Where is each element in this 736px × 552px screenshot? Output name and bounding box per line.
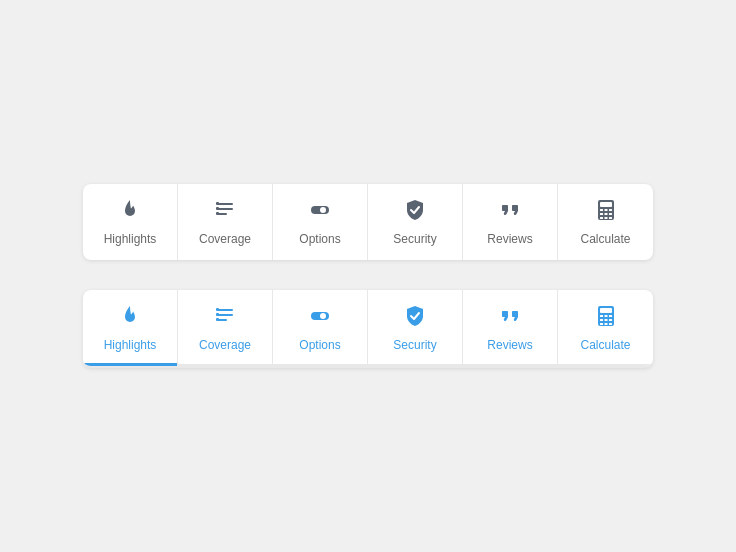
toggle-icon-active xyxy=(308,304,332,332)
shield-check-icon-inactive xyxy=(403,198,427,226)
svg-rect-34 xyxy=(609,319,612,321)
svg-rect-0 xyxy=(217,203,233,205)
svg-rect-28 xyxy=(600,308,612,313)
svg-rect-29 xyxy=(600,315,603,317)
svg-rect-4 xyxy=(216,207,219,210)
calculator-icon-active xyxy=(594,304,618,332)
svg-rect-13 xyxy=(600,213,603,215)
tab-reviews-active[interactable]: Reviews xyxy=(463,290,558,366)
svg-rect-31 xyxy=(609,315,612,317)
flame-icon xyxy=(118,198,142,226)
svg-rect-22 xyxy=(216,308,219,311)
shield-check-icon-active xyxy=(403,304,427,332)
svg-rect-32 xyxy=(600,319,603,321)
quote-icon-active xyxy=(498,304,522,332)
svg-rect-23 xyxy=(216,313,219,316)
tab-security-active-label: Security xyxy=(393,338,436,352)
tab-highlights-inactive[interactable]: Highlights xyxy=(83,184,178,260)
svg-rect-11 xyxy=(604,209,607,211)
tab-reviews-inactive-label: Reviews xyxy=(487,232,532,246)
svg-rect-12 xyxy=(609,209,612,211)
list-icon xyxy=(213,198,237,226)
tab-reviews-inactive[interactable]: Reviews xyxy=(463,184,558,260)
quote-icon-inactive xyxy=(498,198,522,226)
svg-rect-36 xyxy=(604,323,607,325)
toggle-icon-inactive xyxy=(308,198,332,226)
svg-rect-19 xyxy=(217,309,233,311)
tab-security-inactive-label: Security xyxy=(393,232,436,246)
tab-calculate-inactive[interactable]: Calculate xyxy=(558,184,653,260)
active-tab-bar: Highlights Coverage Options xyxy=(83,290,653,368)
tab-options-active-label: Options xyxy=(299,338,340,352)
tab-coverage-active-label: Coverage xyxy=(199,338,251,352)
tab-options-active[interactable]: Options xyxy=(273,290,368,366)
tab-security-active[interactable]: Security xyxy=(368,290,463,366)
svg-rect-9 xyxy=(600,202,612,207)
tab-reviews-active-label: Reviews xyxy=(487,338,532,352)
tab-highlights-active-label: Highlights xyxy=(104,338,157,352)
svg-rect-20 xyxy=(217,314,233,316)
list-icon-active xyxy=(213,304,237,332)
svg-rect-18 xyxy=(609,217,612,219)
svg-rect-1 xyxy=(217,208,233,210)
tab-calculate-inactive-label: Calculate xyxy=(580,232,630,246)
flame-icon-active xyxy=(118,304,142,332)
tab-coverage-inactive-label: Coverage xyxy=(199,232,251,246)
svg-rect-10 xyxy=(600,209,603,211)
calculator-icon-inactive xyxy=(594,198,618,226)
svg-point-26 xyxy=(320,313,326,319)
svg-rect-17 xyxy=(604,217,607,219)
tab-coverage-active[interactable]: Coverage xyxy=(178,290,273,366)
svg-rect-35 xyxy=(600,323,603,325)
inactive-tab-bar: Highlights Coverage Options xyxy=(83,184,653,260)
tab-options-inactive[interactable]: Options xyxy=(273,184,368,260)
svg-rect-16 xyxy=(600,217,603,219)
tab-highlights-inactive-label: Highlights xyxy=(104,232,157,246)
tab-coverage-inactive[interactable]: Coverage xyxy=(178,184,273,260)
svg-rect-3 xyxy=(216,202,219,205)
svg-rect-37 xyxy=(609,323,612,325)
svg-point-7 xyxy=(320,207,326,213)
tab-options-inactive-label: Options xyxy=(299,232,340,246)
tab-highlights-active[interactable]: Highlights xyxy=(83,290,178,366)
tab-calculate-active[interactable]: Calculate xyxy=(558,290,653,366)
tab-calculate-active-label: Calculate xyxy=(580,338,630,352)
svg-rect-30 xyxy=(604,315,607,317)
tab-security-inactive[interactable]: Security xyxy=(368,184,463,260)
svg-rect-33 xyxy=(604,319,607,321)
svg-rect-5 xyxy=(216,212,219,215)
svg-rect-24 xyxy=(216,318,219,321)
svg-rect-15 xyxy=(609,213,612,215)
svg-rect-14 xyxy=(604,213,607,215)
